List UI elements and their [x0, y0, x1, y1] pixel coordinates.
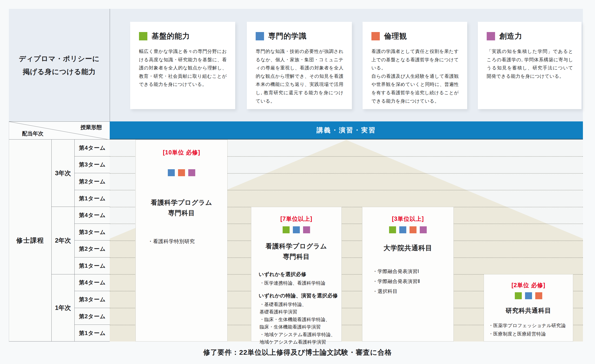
curriculum-diagram: ディプロマ・ポリシーに 掲げる身につける能力 基盤的能力 幅広く豊かな学識と各々…	[0, 0, 595, 364]
block-title: 看護科学プログラム 専門科目	[136, 198, 227, 219]
curriculum-main-area: [10単位 必修] 看護科学プログラム 専門科目 ・看護科学特別研究 [7単位以…	[110, 139, 583, 342]
block-research-common: [2単位 必修] 研究科共通科目 ・医薬学プロフェッショナル研究論 ・医療制度と…	[484, 274, 573, 342]
green-square-icon	[515, 292, 522, 299]
card-title: 創造力	[499, 31, 522, 41]
block-program-specialized-elective: [7単位以上] 看護科学プログラム 専門科目 いずれかを選択必修 ・医学連携特論…	[251, 207, 342, 342]
course-item: ・基礎看護科学特論、	[251, 301, 341, 308]
course-item: ・医学連携特論、看護科学特論	[251, 279, 341, 287]
blue-square-icon	[293, 226, 300, 233]
card-body: 看護の学識者として責任と役割を果たす上での基盤となる看護哲学を身につけている。 …	[371, 47, 459, 105]
term-cell: 第2ターム	[75, 173, 110, 190]
block-title: 看護科学プログラム 専門科目	[251, 241, 341, 262]
class-format-label: 授業形態	[80, 124, 102, 131]
year-cell: 3年次	[52, 139, 74, 207]
competency-icons-row	[136, 169, 227, 176]
card-specialized-knowledge: 専門的学識 専門的な知識・技術の必要性が強調されるなか、個人・家族・集団・コミュ…	[247, 22, 352, 109]
block-title-line1: 看護科学プログラム	[136, 198, 227, 208]
term-column: 第4ターム 第3ターム 第2ターム 第1ターム 第4ターム 第3ターム 第2ター…	[75, 139, 110, 342]
course-list: ・看護科学特別研究	[136, 237, 227, 246]
term-cell: 第4ターム	[75, 207, 110, 224]
course-item-continuation: 基礎看護科学演習	[251, 308, 341, 316]
orange-square-icon	[410, 226, 417, 233]
diploma-policy-label: ディプロマ・ポリシーに 掲げる身につける能力	[9, 9, 110, 121]
term-cell: 第3ターム	[75, 224, 110, 241]
card-title: 専門的学識	[268, 31, 307, 41]
competency-icons-row	[362, 226, 453, 233]
term-cell: 第4ターム	[75, 139, 110, 157]
term-cell: 第4ターム	[75, 275, 110, 291]
course-item: ・学際融合発表演習Ⅰ	[373, 266, 453, 276]
course-item-continuation: 地域ケアシステム看護科学演習	[251, 338, 341, 346]
term-cell: 第1ターム	[75, 257, 110, 275]
card-body: 「実践の知を集積した学問」であるところの看護学の, 学問体系構築に寄与しうる知見…	[487, 47, 573, 80]
course-item: ・医療制度と医療経営特論	[489, 330, 573, 338]
term-cell: 第3ターム	[75, 157, 110, 173]
selection-rule-heading: いずれかを選択必修	[251, 271, 341, 278]
blue-square-icon	[168, 169, 175, 176]
completion-requirements: 修了要件：22単位以上修得及び博士論文試験・審査に合格	[0, 348, 595, 357]
axis-header-cell: 授業形態 配当年次	[9, 121, 110, 139]
purple-square-icon	[188, 169, 195, 176]
year-allocated-label: 配当年次	[22, 130, 43, 137]
selection-rule-heading: いずれかの特論、演習を選択必修	[251, 292, 341, 299]
blue-square-icon	[399, 226, 406, 233]
orange-square-icon	[535, 292, 542, 299]
green-square-icon	[389, 226, 396, 233]
program-label: 修士課程	[16, 236, 44, 245]
competency-icons-row	[484, 292, 573, 299]
year-cell: 1年次	[52, 275, 74, 342]
term-cell: 第2ターム	[75, 308, 110, 325]
vertical-divider	[110, 9, 110, 139]
credits-label: [3単位以上]	[362, 215, 453, 223]
lecture-band-label: 講義・演習・実習	[317, 126, 376, 135]
card-body: 専門的な知識・技術の必要性が強調されるなか、個人・家族・集団・コミュニティの尊厳…	[256, 47, 344, 105]
credits-label: [2単位 必修]	[484, 281, 573, 289]
program-column: 修士課程	[9, 139, 52, 342]
year-column: 3年次 2年次 1年次	[52, 139, 75, 342]
blue-square-icon	[525, 292, 532, 299]
block-title-line1: 看護科学プログラム	[251, 241, 341, 252]
year-term-table: 修士課程 3年次 2年次 1年次 第4ターム 第3ターム 第2ターム 第1ターム…	[9, 139, 110, 342]
term-cell: 第3ターム	[75, 291, 110, 308]
orange-square-icon	[178, 169, 185, 176]
block-title: 研究科共通科目	[484, 306, 573, 316]
competency-icons-row	[251, 226, 341, 233]
purple-square-icon	[487, 32, 495, 40]
year-cell: 2年次	[52, 207, 74, 274]
purple-square-icon	[303, 226, 310, 233]
green-square-icon	[139, 32, 147, 40]
card-title: 基盤的能力	[152, 31, 190, 41]
course-item: ・選択科目	[373, 286, 453, 296]
card-creativity: 創造力 「実践の知を集積した学問」であるところの看護学の, 学問体系構築に寄与し…	[478, 22, 581, 109]
credits-label: [7単位以上]	[251, 215, 341, 223]
course-item: ・学際融合発表演習Ⅱ	[373, 276, 453, 286]
course-item: ・医薬学プロフェッショナル研究論	[489, 321, 573, 330]
purple-square-icon	[420, 226, 427, 233]
term-cell: 第2ターム	[75, 240, 110, 257]
course-list: ・学際融合発表演習Ⅰ ・学際融合発表演習Ⅱ ・選択科目	[362, 266, 453, 296]
block-title: 大学院共通科目	[362, 243, 453, 253]
orange-square-icon	[371, 32, 380, 40]
course-item: ・看護科学特別研究	[148, 237, 227, 246]
course-item: ・臨床・生体機能看護科学特論、	[251, 316, 341, 323]
credits-label: [10単位 必修]	[136, 149, 227, 156]
lecture-band: 講義・演習・実習	[110, 121, 583, 139]
course-list: ・医薬学プロフェッショナル研究論 ・医療制度と医療経営特論	[484, 321, 573, 338]
blue-square-icon	[256, 32, 264, 40]
block-graduate-common: [3単位以上] 大学院共通科目 ・学際融合発表演習Ⅰ ・学際融合発表演習Ⅱ ・選…	[362, 207, 454, 342]
card-title: 倫理観	[384, 31, 407, 41]
card-ethics: 倫理観 看護の学識者として責任と役割を果たす上での基盤となる看護哲学を身につけて…	[363, 22, 467, 109]
term-cell: 第1ターム	[75, 190, 110, 207]
block-title-line2: 専門科目	[251, 252, 341, 262]
card-title-row: 基盤的能力	[139, 31, 227, 41]
card-title-row: 創造力	[487, 31, 573, 41]
course-item-continuation: 臨床・生体機能看護科学演習	[251, 323, 341, 330]
block-program-specialized-required: [10単位 必修] 看護科学プログラム 専門科目 ・看護科学特別研究	[135, 139, 227, 342]
card-foundational-ability: 基盤的能力 幅広く豊かな学識と各々の専門分野における高度な知識・研究能力を基盤に…	[130, 22, 235, 109]
card-title-row: 倫理観	[371, 31, 459, 41]
card-title-row: 専門的学識	[256, 31, 344, 41]
term-cell: 第1ターム	[75, 325, 110, 342]
green-square-icon	[283, 226, 290, 233]
block-title-line2: 専門科目	[136, 208, 227, 219]
card-body: 幅広く豊かな学識と各々の専門分野における高度な知識・研究能力を基盤に、看護の対象…	[139, 47, 227, 89]
